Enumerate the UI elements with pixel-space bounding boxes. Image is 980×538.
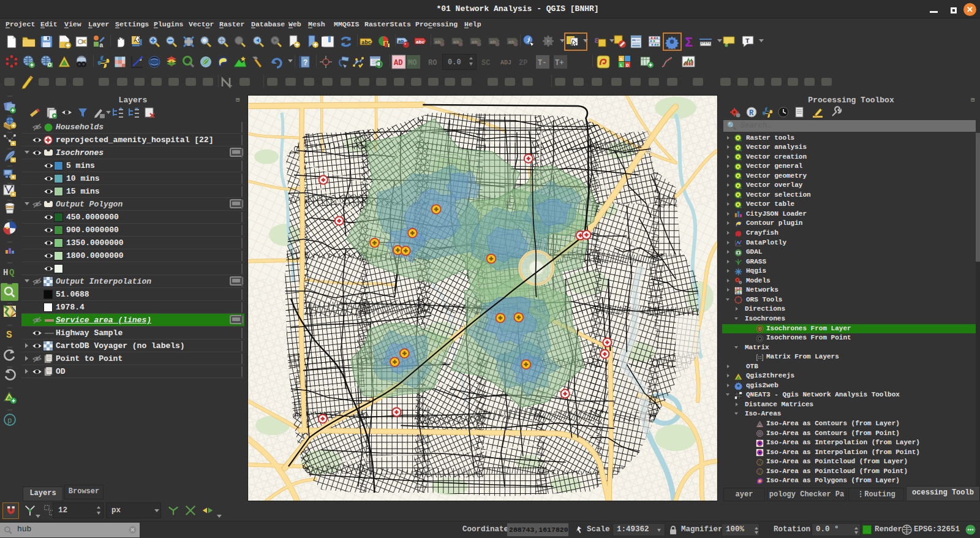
- svg-text:ab: ab: [472, 39, 478, 45]
- svg-text:MO: MO: [408, 59, 417, 67]
- svg-text:L: L: [620, 63, 623, 68]
- svg-text:Σ: Σ: [685, 36, 693, 49]
- svg-text:abc: abc: [416, 39, 425, 45]
- svg-text:ab: ab: [453, 39, 459, 45]
- svg-text:T: T: [745, 37, 750, 45]
- svg-text:ab: ab: [508, 39, 514, 45]
- svg-text:T-: T-: [538, 59, 546, 67]
- svg-text:H: H: [3, 268, 8, 278]
- svg-text:D: D: [626, 63, 629, 68]
- svg-text:ab: ab: [398, 39, 404, 44]
- svg-text:ab: ab: [490, 39, 496, 45]
- svg-text:ADJ: ADJ: [500, 59, 511, 66]
- svg-text:2P: 2P: [519, 59, 527, 67]
- svg-text:ab: ab: [435, 39, 441, 45]
- svg-text:S: S: [620, 56, 623, 62]
- svg-text:T+: T+: [555, 59, 564, 67]
- svg-text:a: a: [99, 42, 104, 49]
- svg-text:AD: AD: [394, 59, 402, 67]
- svg-text:p: p: [8, 416, 12, 425]
- svg-text:Q: Q: [9, 268, 14, 278]
- svg-text:S: S: [6, 330, 12, 341]
- svg-text:SC: SC: [481, 59, 490, 67]
- svg-text:R: R: [749, 109, 754, 118]
- svg-text:RO: RO: [428, 59, 437, 67]
- svg-text:abc: abc: [361, 40, 371, 46]
- svg-text:?: ?: [303, 59, 307, 67]
